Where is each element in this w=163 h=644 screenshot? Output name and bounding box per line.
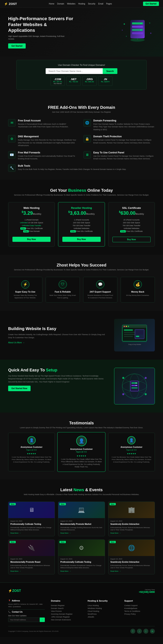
svg-rect-20 [124, 330, 133, 331]
succeed-section: Zhost Helps You Succeed Services Are Pro… [0, 255, 163, 311]
succeed-subtitle: Services Are Professional Offerings Prov… [8, 269, 155, 271]
hero-cta-button[interactable]: Get Started [8, 44, 26, 48]
support-link-1[interactable]: Contact Support [124, 604, 155, 607]
news-title-1: Professionally Cultivate Testing [10, 523, 52, 526]
domain-link-2[interactable]: Domain Search [51, 607, 82, 610]
svg-point-6 [140, 26, 142, 27]
support-desc: Receive Assistance Of Social Proof To Cu… [86, 294, 114, 299]
nav-domain[interactable]: Domain [57, 3, 64, 5]
footer-columns: 📍 Address House 180/P13, Scheme 33, Kara… [8, 600, 155, 622]
nav-security[interactable]: Security [88, 3, 95, 5]
hosting-link-5[interactable]: Jetwalls [88, 616, 118, 618]
build-visual: Drag & Drop Builder [114, 319, 155, 352]
feature-4: Unlimited Websites [62, 227, 100, 230]
support-link-3[interactable]: Terms & Conditions [124, 610, 155, 613]
testi-card-3: 👤 Anonymous Customer Figure @ XYZ ★★★★★ … [108, 433, 155, 471]
server-setup-illustration [117, 370, 152, 402]
succeed-money: 💰 Money Back 30-Day Money Back Guarantee… [120, 277, 155, 302]
newsletter-submit[interactable]: → [40, 618, 45, 622]
domain-link-1[interactable]: Domain Register [51, 604, 82, 607]
easy-desc: Increase Sales By Showing The Appearance… [12, 294, 39, 299]
svg-text:Drag & Drop Builder: Drag & Drop Builder [128, 344, 141, 345]
ssl-cert-btn[interactable]: Buy Now [112, 237, 150, 242]
nav-cta-button[interactable]: Get Started [143, 2, 159, 6]
tld-net[interactable]: .NET Rs. 764.00 [66, 76, 81, 86]
domains-title: Domains [51, 600, 82, 602]
read-more-6[interactable]: Read More → [110, 570, 152, 572]
domain-search-button[interactable]: Search [103, 68, 118, 74]
footer-hosting-col: Hosting & Security Linux Hosting Windows… [88, 600, 118, 622]
reseller-hosting-btn[interactable]: Buy Now [62, 237, 100, 242]
linkedin-icon[interactable]: in [150, 629, 155, 634]
support-link-4[interactable]: Privacy Policy [124, 613, 155, 616]
avatar-1: 👤 [28, 436, 36, 444]
testi-name-1: Anonymous Customer [12, 446, 51, 448]
addon-bulk-title: Bulk Tools [18, 164, 126, 167]
site-logo[interactable]: ⚡ ZOST [4, 2, 18, 6]
setup-cta-button[interactable]: Get Started Now [8, 386, 30, 391]
news-excerpt-2: Dramatically Leverage Existing Resources… [60, 526, 102, 531]
twitter-icon[interactable]: t [144, 629, 148, 634]
testimonials-grid: 👤 Anonymous Customer Figure @ XYZ ★★★★★ … [8, 433, 155, 471]
feature-4: Free Free SSL Certificate [12, 227, 50, 230]
read-more-4[interactable]: Read More → [10, 570, 52, 572]
testi-stars-3: ★★★★★ [112, 452, 152, 455]
testi-text-1: I Love You Because You Create Added Valu… [12, 456, 51, 463]
news-date-3: August 19, 2023 [110, 520, 152, 522]
domain-link-4[interactable]: Incoming Domain Register [51, 613, 82, 616]
svg-point-12 [149, 22, 150, 24]
facebook-icon[interactable]: f [130, 629, 135, 634]
read-more-5[interactable]: Read More → [60, 570, 102, 572]
succeed-grid: ⚡ Super Easy To Use Increase Sales By Sh… [8, 277, 155, 302]
setup-desc: Any Extras Needed Meet Easily Set Up The… [8, 374, 106, 383]
news-card-2: News 💻 August 10, 2023 Monotonectally Pr… [58, 502, 105, 536]
testi-card-1: 👤 Anonymous Customer Figure @ XYZ ★★★★★ … [8, 433, 55, 471]
domain-search-input[interactable] [46, 68, 103, 74]
read-more-3[interactable]: Read More → [110, 532, 152, 534]
svg-point-5 [140, 23, 142, 24]
svg-point-14 [126, 36, 127, 37]
newsletter-input[interactable] [8, 618, 40, 622]
feature-5: Free Free SSL Certificate [62, 230, 100, 233]
feature-2: Unlimited 10 GB Disk Space [12, 221, 50, 224]
nav-hosting[interactable]: Hosting [78, 3, 85, 5]
news-img-icon-3: 🏢 [108, 502, 155, 518]
domain-link-5[interactable]: .ORG Domain Register [51, 616, 82, 618]
hosting-link-4[interactable]: WordPress [88, 613, 118, 616]
svg-rect-26 [136, 336, 139, 337]
social-links: f i t in [130, 629, 155, 634]
news-img-2: News 💻 [58, 502, 104, 518]
navbar: ⚡ ZOST Home Domain Websites Hosting Secu… [0, 0, 163, 8]
testi-text-3: I Love You Because You Create Added Valu… [112, 456, 152, 463]
news-section: Latest News & Events Web Hosting Made Ea… [0, 480, 163, 582]
nav-websites[interactable]: Websites [67, 3, 76, 5]
news-date-1: August 18, 2023 [10, 520, 52, 522]
avatar-3: 👤 [127, 436, 136, 444]
instagram-icon[interactable]: i [137, 629, 142, 634]
nav-email[interactable]: Email [98, 3, 103, 5]
about-link[interactable]: About Us More → [8, 342, 106, 344]
reliable-desc: Build Your Online Store Using Smart Fast… [49, 294, 76, 299]
hosting-link-2[interactable]: Windows Hosting [88, 607, 118, 610]
arrow-icon-4: → [19, 570, 21, 572]
tld-org[interactable]: .ORG Rs. 945.00 [82, 76, 96, 86]
web-hosting-btn[interactable]: Buy Now [12, 237, 50, 242]
nav-home[interactable]: Home [49, 3, 54, 5]
hosting-link-1[interactable]: Linux Hosting [88, 604, 118, 607]
domain-link-3[interactable]: View Promos [51, 610, 82, 613]
addon-forwarding-title: Domain Forwarding [93, 119, 155, 122]
nav-pages[interactable]: Pages [106, 3, 112, 5]
feature-2: 100 SSD Disk Space [62, 221, 100, 224]
footer-support-col: Support Contact Support Knowledgebase Te… [124, 600, 155, 622]
support-link-2[interactable]: Knowledgebase [124, 607, 155, 610]
tld-com[interactable]: .COM Rs. 207.41 Rs. 700.00 [50, 76, 65, 86]
svg-point-13 [150, 32, 152, 34]
domain-link-6[interactable]: New Domain Extensions [51, 618, 82, 621]
footer-logo: ⚡ZOST [8, 589, 21, 593]
read-more-1[interactable]: Read More → [10, 532, 52, 534]
read-more-2[interactable]: Read More → [60, 532, 102, 534]
addon-email: ✉ Free Email Account Receive 5 Personali… [8, 119, 80, 131]
hosting-link-3[interactable]: Cloud Hosting [88, 610, 118, 613]
succeed-reliable: 🛡 Fast & Reliable Build Your Online Stor… [46, 277, 80, 302]
tld-in[interactable]: .IN Rs. 924/Yr [98, 76, 112, 86]
